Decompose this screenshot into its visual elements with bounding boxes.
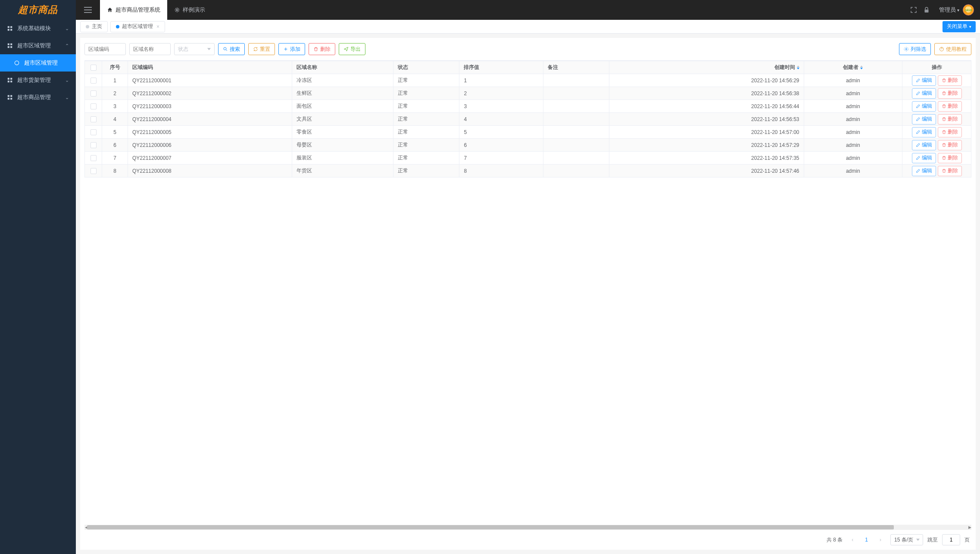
row-delete-button[interactable]: 删除 <box>938 114 962 124</box>
sidebar-item-area[interactable]: 超市区域管理 ⌃ <box>0 37 76 54</box>
row-checkbox[interactable] <box>91 78 97 84</box>
th-remark: 备注 <box>543 61 609 74</box>
edit-icon <box>916 130 921 134</box>
scrollbar-thumb[interactable] <box>87 525 894 529</box>
row-delete-button[interactable]: 删除 <box>938 153 962 163</box>
row-delete-button[interactable]: 删除 <box>938 88 962 99</box>
fullscreen-icon[interactable] <box>910 6 918 14</box>
table-row: 3QY22112000003面包区正常32022-11-20 14:56:44a… <box>85 100 971 113</box>
refresh-icon <box>253 47 258 52</box>
row-edit-button[interactable]: 编辑 <box>912 127 936 137</box>
row-delete-button[interactable]: 删除 <box>938 75 962 86</box>
page-size-select[interactable]: 15 条/页 <box>890 534 923 545</box>
svg-rect-18 <box>925 9 929 12</box>
th-status: 状态 <box>393 61 459 74</box>
cell-creator: admin <box>804 165 902 177</box>
pager-prev[interactable]: ‹ <box>847 534 858 545</box>
row-checkbox[interactable] <box>91 142 97 148</box>
cell-seq: 4 <box>102 113 128 126</box>
table-row: 1QY22112000001冷冻区正常12022-11-20 14:56:29a… <box>85 74 971 87</box>
row-checkbox[interactable] <box>91 90 97 96</box>
delete-button[interactable]: 删除 <box>309 43 335 55</box>
page-tab-home[interactable]: 主页 <box>80 21 108 32</box>
cell-sort: 5 <box>459 126 543 139</box>
row-checkbox[interactable] <box>91 168 97 174</box>
search-button[interactable]: 搜索 <box>218 43 245 55</box>
sidebar-item-label: 超市货架管理 <box>17 76 65 84</box>
cell-seq: 6 <box>102 139 128 152</box>
th-creator[interactable]: 创建者 <box>804 61 902 74</box>
row-delete-button[interactable]: 删除 <box>938 127 962 137</box>
svg-rect-7 <box>10 46 12 48</box>
row-edit-button[interactable]: 编辑 <box>912 140 936 150</box>
cell-create-time: 2022-11-20 14:57:46 <box>609 165 804 177</box>
edit-icon <box>916 91 921 96</box>
cell-status: 正常 <box>393 139 459 152</box>
sidebar-item-shelf[interactable]: 超市货架管理 ⌄ <box>0 72 76 89</box>
avatar <box>963 4 974 16</box>
export-button[interactable]: 导出 <box>339 43 365 55</box>
row-edit-button[interactable]: 编辑 <box>912 166 936 176</box>
cell-status: 正常 <box>393 113 459 126</box>
trash-icon <box>942 130 946 134</box>
row-delete-button[interactable]: 删除 <box>938 140 962 150</box>
sidebar-item-label: 系统基础模块 <box>17 25 65 32</box>
column-filter-button[interactable]: 列筛选 <box>899 43 931 55</box>
row-edit-button[interactable]: 编辑 <box>912 75 936 86</box>
cell-sort: 2 <box>459 87 543 100</box>
cell-create-time: 2022-11-20 14:56:29 <box>609 74 804 87</box>
pager-page-1[interactable]: 1 <box>862 537 871 543</box>
top-tab-demo[interactable]: 样例演示 <box>167 0 212 20</box>
row-edit-button[interactable]: 编辑 <box>912 153 936 163</box>
checkbox-all[interactable] <box>91 65 97 71</box>
user-label: 管理员 <box>939 6 956 14</box>
sidebar-item-system[interactable]: 系统基础模块 ⌄ <box>0 20 76 37</box>
pager-jump-input[interactable] <box>942 534 960 545</box>
sidebar-subitem-area-manage[interactable]: 超市区域管理 <box>0 54 76 72</box>
row-edit-button[interactable]: 编辑 <box>912 88 936 99</box>
page-tab-label: 超市区域管理 <box>122 23 153 30</box>
row-edit-button[interactable]: 编辑 <box>912 101 936 112</box>
filter-name-input[interactable] <box>129 43 171 55</box>
cell-creator: admin <box>804 126 902 139</box>
svg-rect-5 <box>10 44 12 45</box>
row-checkbox[interactable] <box>91 155 97 161</box>
row-checkbox[interactable] <box>91 116 97 122</box>
page-tab-area[interactable]: 超市区域管理 × <box>110 21 165 32</box>
tutorial-button[interactable]: 使用教程 <box>934 43 971 55</box>
table-row: 5QY22112000005零食区正常52022-11-20 14:57:00a… <box>85 126 971 139</box>
sidebar-item-goods[interactable]: 超市商品管理 ⌄ <box>0 89 76 106</box>
svg-rect-3 <box>10 29 12 31</box>
add-button[interactable]: 添加 <box>278 43 305 55</box>
cell-name: 面包区 <box>292 100 393 113</box>
table-row: 6QY22112000006母婴区正常62022-11-20 14:57:29a… <box>85 139 971 152</box>
lock-icon[interactable] <box>923 6 930 14</box>
cell-create-time: 2022-11-20 14:57:00 <box>609 126 804 139</box>
row-delete-button[interactable]: 删除 <box>938 166 962 176</box>
horizontal-scrollbar[interactable]: ◀ ▶ <box>84 525 971 530</box>
filter-status-select[interactable]: 状态 <box>174 43 215 55</box>
close-icon[interactable]: × <box>156 24 159 30</box>
scroll-right-icon[interactable]: ▶ <box>967 525 972 530</box>
filter-code-input[interactable] <box>84 43 126 55</box>
table-wrap[interactable]: 序号 区域编码 区域名称 状态 排序值 备注 创建时间 创建者 操作 <box>84 60 971 524</box>
th-create-time[interactable]: 创建时间 <box>609 61 804 74</box>
pager-next[interactable]: › <box>875 534 886 545</box>
row-checkbox[interactable] <box>91 103 97 109</box>
edit-icon <box>916 78 921 83</box>
topbar: 超市商品管理系统 样例演示 管理员 ▾ <box>76 0 980 20</box>
chevron-down-icon: ⌄ <box>65 95 69 100</box>
row-delete-button[interactable]: 删除 <box>938 101 962 112</box>
user-menu[interactable]: 管理员 ▾ <box>939 4 974 16</box>
close-menu-button[interactable]: 关闭菜单 ▾ <box>943 21 976 32</box>
reset-button[interactable]: 重置 <box>248 43 275 55</box>
pagination: 共 8 条 ‹ 1 › 15 条/页 跳至 页 <box>80 530 976 550</box>
row-edit-button[interactable]: 编辑 <box>912 114 936 124</box>
svg-rect-12 <box>10 81 12 82</box>
top-tab-system[interactable]: 超市商品管理系统 <box>100 0 167 20</box>
cell-code: QY22112000007 <box>128 152 292 165</box>
svg-point-20 <box>906 49 907 50</box>
row-checkbox[interactable] <box>91 129 97 135</box>
cell-code: QY22112000001 <box>128 74 292 87</box>
hamburger-toggle[interactable] <box>76 0 100 20</box>
